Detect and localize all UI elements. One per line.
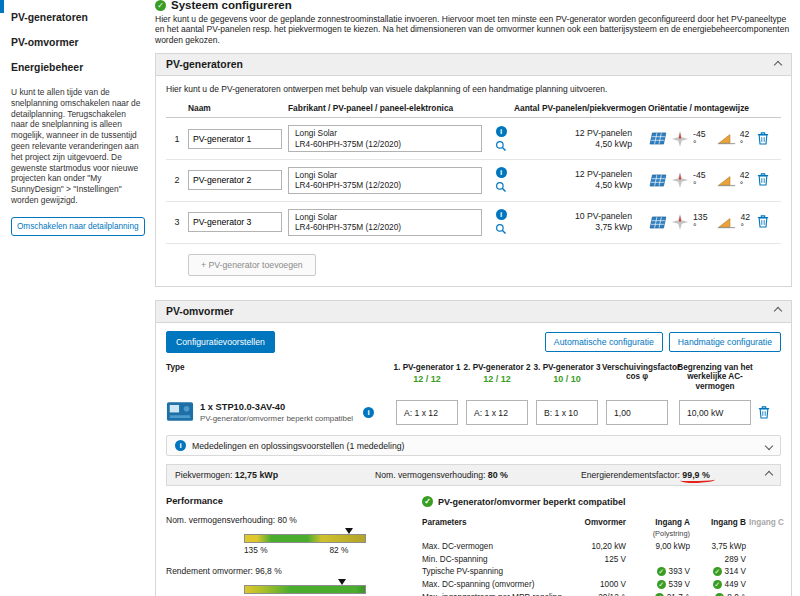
panel-type-select[interactable]: Longi Solar LR4-60HPH-375M (12/2020)	[288, 125, 482, 152]
param-input-a-value: 9,00 kWp	[626, 541, 690, 554]
ok-check-icon	[657, 567, 666, 576]
power-ratio-gauge: 135 % 82 %	[244, 534, 366, 543]
column-header-count: Aantal PV-panelen/piekvermogen	[514, 103, 642, 113]
solar-panel-icon[interactable]	[648, 215, 667, 230]
tilt-value: 42 °	[740, 170, 753, 190]
roof-tilt-icon[interactable]	[717, 174, 736, 187]
column-header-input-c: Ingang C	[746, 517, 784, 530]
param-input-b-value: 289 V	[690, 554, 746, 567]
info-icon[interactable]	[496, 209, 507, 220]
assigned-count: 12 / 12	[392, 375, 462, 385]
gauge-label: Nom. vermogensverhouding: 80 %	[166, 515, 398, 525]
switch-to-detail-planning-button[interactable]: Omschakelen naar detailplanning	[11, 217, 145, 236]
azimuth-value: -45 °	[693, 170, 709, 190]
inverter-model: 1 x STP10.0-3AV-40	[200, 402, 353, 412]
cos-phi-field[interactable]: 1,00	[606, 400, 668, 425]
performance-section: Performance Nom. vermogensverhouding: 80…	[166, 496, 398, 596]
expand-chevron-icon[interactable]	[765, 441, 773, 449]
param-input-b-value: 314 V	[690, 566, 746, 579]
delete-icon[interactable]	[757, 172, 769, 186]
delete-icon[interactable]	[757, 214, 769, 228]
input-assignment-select[interactable]: B: 1 x 10	[536, 400, 598, 425]
param-input-a-value: 21,7 A	[626, 592, 690, 596]
roof-tilt-icon[interactable]	[717, 216, 736, 229]
inverter-icon	[166, 401, 194, 424]
input-assignment-select[interactable]: A: 1 x 12	[396, 400, 458, 425]
pv-generators-panel-header[interactable]: PV-generatoren	[156, 54, 791, 76]
solar-panel-icon[interactable]	[648, 131, 667, 146]
panel-manufacturer: Longi Solar	[295, 212, 475, 222]
compatibility-section: PV-generator/omvormer beperkt compatibel…	[422, 496, 781, 596]
ac-limit-field[interactable]: 10,00 kW	[679, 400, 751, 425]
panel-model: LR4-60HPH-375M (12/2020)	[295, 180, 475, 190]
info-icon	[175, 440, 186, 451]
param-input-a-value: 539 V	[626, 579, 690, 592]
messages-expander[interactable]: Mededelingen en oplossingsvoorstellen (1…	[166, 435, 781, 456]
delete-icon[interactable]	[757, 131, 769, 145]
performance-heading: Performance	[166, 496, 398, 506]
generator-name-input[interactable]	[188, 170, 282, 190]
annotated-efficiency-value: 99,9 %	[682, 470, 710, 480]
generators-table-header: Naam Fabrikant / PV-paneel / paneel-elek…	[166, 103, 781, 118]
panel-count: 12 PV-panelen	[514, 128, 632, 139]
peak-power: 4,50 kWp	[514, 139, 632, 150]
magnifier-icon[interactable]	[495, 181, 507, 193]
info-icon[interactable]	[363, 407, 374, 418]
collapse-chevron-icon[interactable]	[774, 307, 782, 315]
input-a-subheader: (Polystring)	[626, 530, 690, 539]
generator-name-input[interactable]	[188, 129, 282, 149]
tilt-value: 42 °	[740, 129, 753, 149]
parameters-table: Parameters Omvormer Ingang A Ingang B In…	[422, 517, 781, 596]
annotated-input-current-value: 21,7 A	[667, 592, 690, 596]
generators-intro-text: Hier kunt u de PV-generatoren ontwerpen …	[166, 84, 781, 94]
peak-power: 3,75 kWp	[514, 222, 632, 233]
assigned-count: 12 / 12	[462, 375, 532, 385]
input-assignment-select[interactable]: A: 1 x 12	[466, 400, 528, 425]
tilt-value: 42 °	[740, 212, 753, 232]
inverter-efficiency-gauge: 90 % 100 %	[244, 585, 366, 594]
param-name: Max. ingangsstroom per MPP-regeling	[422, 592, 576, 596]
pv-inverter-panel-header[interactable]: PV-omvormer	[156, 301, 791, 323]
ok-check-icon	[655, 593, 664, 596]
compass-icon[interactable]	[671, 130, 689, 148]
column-header-orientation: Oriëntatie / montagewijze	[642, 103, 757, 113]
pv-inverter-panel: PV-omvormer Configuratievoorstellen Auto…	[155, 300, 792, 596]
collapse-chevron-icon[interactable]	[765, 471, 773, 479]
panel-type-select[interactable]: Longi Solar LR4-60HPH-375M (12/2020)	[288, 167, 482, 194]
sidebar-info-text: U kunt te allen tijde van de snelplannin…	[11, 87, 143, 206]
configuration-proposals-button[interactable]: Configuratievoorstellen	[166, 331, 275, 353]
column-header-panel: Fabrikant / PV-paneel / paneel-elektroni…	[288, 103, 488, 113]
param-name: Max. DC-vermogen	[422, 541, 576, 554]
active-item-indicator	[0, 0, 4, 13]
row-index: 2	[166, 175, 188, 185]
magnifier-icon[interactable]	[495, 223, 507, 235]
collapse-chevron-icon[interactable]	[774, 60, 782, 68]
param-name: Max. DC-spanning (omvormer)	[422, 579, 576, 592]
ok-check-icon	[657, 580, 666, 589]
compatibility-check-icon	[422, 496, 433, 507]
param-name: Min. DC-spanning	[422, 554, 576, 567]
delete-icon[interactable]	[758, 405, 770, 419]
panel-type-select[interactable]: Longi Solar LR4-60HPH-375M (12/2020)	[288, 209, 482, 236]
sidebar-item-pv-omvormer[interactable]: PV-omvormer	[11, 37, 143, 48]
panel-count: 10 PV-panelen	[514, 211, 632, 222]
solar-panel-icon[interactable]	[648, 173, 667, 188]
automatic-configuration-button[interactable]: Automatische configuratie	[545, 332, 663, 352]
row-index: 1	[166, 134, 188, 144]
sidebar-item-energiebeheer[interactable]: Energiebeheer	[11, 62, 143, 73]
sidebar-item-pv-generatoren[interactable]: PV-generatoren	[11, 12, 143, 23]
compass-icon[interactable]	[671, 213, 689, 231]
panel-model: LR4-60HPH-375M (12/2020)	[295, 222, 475, 232]
compass-icon[interactable]	[671, 171, 689, 189]
add-generator-button[interactable]: + PV-generator toevoegen	[188, 254, 316, 276]
generator-name-input[interactable]	[188, 212, 282, 232]
roof-tilt-icon[interactable]	[717, 132, 736, 145]
info-icon[interactable]	[496, 126, 507, 137]
param-inverter-value: 10,20 kW	[576, 541, 626, 554]
magnifier-icon[interactable]	[495, 140, 507, 152]
panel-count: 12 PV-panelen	[514, 169, 632, 180]
manual-configuration-button[interactable]: Handmatige configuratie	[669, 332, 781, 352]
inverter-row: 1 x STP10.0-3AV-40 PV-generator/omvormer…	[166, 392, 781, 429]
info-icon[interactable]	[496, 167, 507, 178]
inverter-table-header: Type 1. PV-generator 1 12 / 12 2. PV-gen…	[166, 363, 781, 392]
